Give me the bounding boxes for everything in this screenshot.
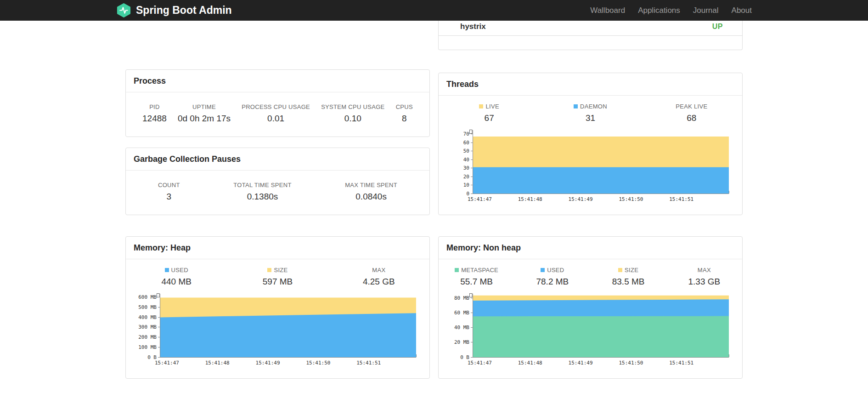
legend-heap-size: SIZE 597 MB — [227, 267, 328, 287]
memory-nonheap-card-title: Memory: Non heap — [439, 237, 742, 259]
svg-text:15:41:47: 15:41:47 — [155, 360, 179, 366]
stat-gc-count: COUNT 3 — [158, 182, 180, 202]
process-card-title: Process — [126, 70, 429, 92]
main-content: Process PID 12488 UPTIME 0d 0h 2m 17s PR… — [125, 21, 743, 379]
svg-text:15:41:49: 15:41:49 — [569, 360, 593, 366]
status-badge: UP — [712, 22, 723, 31]
threads-card: Threads LIVE 67 DAEMON 31 PEAK LIVE 68 — [438, 73, 743, 215]
legend-nonheap-metaspace: METASPACE 55.7 MB — [439, 267, 514, 287]
svg-text:10: 10 — [463, 182, 469, 188]
legend-threads-peak-live: PEAK LIVE 68 — [641, 103, 742, 123]
spring-boot-admin-logo-icon — [116, 3, 131, 18]
gc-card: Garbage Collection Pauses COUNT 3 TOTAL … — [125, 148, 430, 215]
health-row-hystrix: hystrix UP — [439, 21, 742, 36]
svg-text:50: 50 — [463, 148, 469, 154]
svg-text:15:41:49: 15:41:49 — [569, 196, 593, 202]
legend-threads-daemon: DAEMON 31 — [540, 103, 641, 123]
svg-text:15:41:47: 15:41:47 — [468, 360, 492, 366]
navbar: Spring Boot Admin Wallboard Applications… — [0, 0, 868, 21]
svg-text:15:41:50: 15:41:50 — [306, 360, 330, 366]
legend-threads-live: LIVE 67 — [439, 103, 540, 123]
legend-nonheap-max: MAX 1.33 GB — [666, 267, 742, 287]
svg-text:0: 0 — [466, 191, 469, 197]
svg-text:20 MB: 20 MB — [454, 339, 469, 345]
svg-text:40: 40 — [463, 157, 469, 163]
stat-pid: PID 12488 — [142, 103, 167, 124]
threads-chart: 01020304050607015:41:4715:41:4815:41:491… — [439, 129, 742, 206]
svg-text:15:41:48: 15:41:48 — [518, 360, 542, 366]
svg-text:200 MB: 200 MB — [138, 334, 157, 340]
stat-uptime: UPTIME 0d 0h 2m 17s — [178, 103, 231, 124]
live-swatch-icon — [479, 104, 483, 108]
size-swatch-icon — [618, 268, 622, 272]
nonheap-memory-chart: 0 B20 MB40 MB60 MB80 MB15:41:4715:41:481… — [439, 292, 742, 370]
used-swatch-icon — [165, 268, 169, 272]
svg-text:70: 70 — [463, 131, 469, 137]
nonheap-legend: METASPACE 55.7 MB USED 78.2 MB SIZE 83.5… — [439, 267, 742, 287]
svg-text:80 MB: 80 MB — [454, 295, 469, 301]
legend-nonheap-used: USED 78.2 MB — [514, 267, 590, 287]
svg-text:15:41:51: 15:41:51 — [669, 360, 693, 366]
used-swatch-icon — [541, 268, 545, 272]
right-column: hystrix UP Threads LIVE 67 DAEMON 31 — [438, 21, 743, 379]
legend-nonheap-size: SIZE 83.5 MB — [591, 267, 666, 287]
stat-gc-total-time: TOTAL TIME SPENT 0.1380s — [233, 182, 291, 202]
svg-text:30: 30 — [463, 165, 469, 171]
health-card: hystrix UP — [438, 21, 743, 50]
threads-card-title: Threads — [439, 73, 742, 96]
svg-text:20: 20 — [463, 174, 469, 180]
nav-links: Wallboard Applications Journal About — [590, 6, 752, 15]
brand-link[interactable]: Spring Boot Admin — [116, 3, 232, 18]
process-stats: PID 12488 UPTIME 0d 0h 2m 17s PROCESS CP… — [142, 103, 413, 124]
stat-system-cpu-usage: SYSTEM CPU USAGE 0.10 — [321, 103, 384, 124]
threads-legend: LIVE 67 DAEMON 31 PEAK LIVE 68 — [439, 103, 742, 123]
nav-link-journal[interactable]: Journal — [693, 6, 719, 15]
svg-text:15:41:47: 15:41:47 — [468, 196, 492, 202]
svg-text:15:41:50: 15:41:50 — [619, 360, 643, 366]
size-swatch-icon — [267, 268, 271, 272]
stat-gc-max-time: MAX TIME SPENT 0.0840s — [345, 182, 397, 202]
process-card: Process PID 12488 UPTIME 0d 0h 2m 17s PR… — [125, 69, 430, 137]
svg-text:15:41:48: 15:41:48 — [205, 360, 230, 366]
svg-text:0 B: 0 B — [147, 354, 157, 360]
left-column-spacer — [125, 21, 430, 69]
svg-text:60 MB: 60 MB — [454, 310, 469, 316]
stat-process-cpu-usage: PROCESS CPU USAGE 0.01 — [242, 103, 310, 124]
svg-text:300 MB: 300 MB — [138, 324, 157, 330]
svg-text:15:41:50: 15:41:50 — [619, 196, 643, 202]
svg-text:40 MB: 40 MB — [454, 325, 469, 330]
svg-text:15:41:48: 15:41:48 — [518, 196, 542, 202]
metaspace-swatch-icon — [455, 268, 459, 272]
svg-text:100 MB: 100 MB — [138, 344, 157, 350]
heap-memory-chart: 0 B100 MB200 MB300 MB400 MB500 MB600 MB1… — [126, 292, 429, 370]
svg-text:500 MB: 500 MB — [138, 304, 157, 310]
memory-nonheap-card: Memory: Non heap METASPACE 55.7 MB USED … — [438, 236, 743, 379]
left-column: Process PID 12488 UPTIME 0d 0h 2m 17s PR… — [125, 21, 430, 379]
svg-text:600 MB: 600 MB — [138, 294, 157, 300]
svg-text:0 B: 0 B — [460, 354, 469, 360]
svg-text:60: 60 — [463, 140, 469, 146]
memory-heap-card: Memory: Heap USED 440 MB SIZE 597 MB MAX… — [125, 236, 430, 379]
heap-legend: USED 440 MB SIZE 597 MB MAX 4.25 GB — [126, 267, 429, 287]
svg-text:400 MB: 400 MB — [138, 314, 157, 320]
memory-heap-card-title: Memory: Heap — [126, 237, 429, 259]
legend-heap-used: USED 440 MB — [126, 267, 227, 287]
stat-cpus: CPUS 8 — [396, 103, 413, 124]
nav-link-applications[interactable]: Applications — [638, 6, 680, 15]
gc-stats: COUNT 3 TOTAL TIME SPENT 0.1380s MAX TIM… — [158, 182, 397, 202]
svg-text:15:41:51: 15:41:51 — [356, 360, 381, 366]
gc-card-title: Garbage Collection Pauses — [126, 148, 429, 171]
daemon-swatch-icon — [574, 104, 578, 108]
svg-text:15:41:51: 15:41:51 — [669, 196, 693, 202]
nav-link-about[interactable]: About — [732, 6, 752, 15]
health-item-name: hystrix — [460, 22, 486, 31]
nav-link-wallboard[interactable]: Wallboard — [590, 6, 625, 15]
brand-title: Spring Boot Admin — [136, 4, 232, 17]
svg-text:15:41:49: 15:41:49 — [256, 360, 280, 366]
legend-heap-max: MAX 4.25 GB — [328, 267, 429, 287]
